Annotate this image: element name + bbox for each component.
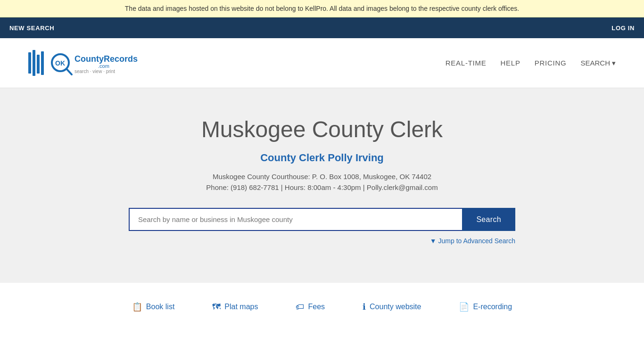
plat-maps-icon: 🗺	[212, 302, 221, 312]
help-link[interactable]: HELP	[501, 59, 520, 67]
svg-text:OK: OK	[55, 59, 65, 67]
logo-area: OK CountyRecords .com search · view · pr…	[28, 48, 141, 78]
e-recording-link[interactable]: 📄 E-recording	[459, 302, 512, 312]
book-list-label: Book list	[146, 303, 174, 311]
fees-label: Fees	[308, 303, 325, 311]
advanced-search-link[interactable]: ▼ Jump to Advanced Search	[430, 237, 515, 245]
real-time-link[interactable]: REAL-TIME	[446, 59, 487, 67]
fees-icon: 🏷	[296, 302, 304, 312]
svg-rect-2	[37, 55, 40, 74]
footer-links: 📋 Book list 🗺 Plat maps 🏷 Fees ℹ County …	[0, 283, 644, 326]
county-title: Muskogee County Clerk	[9, 116, 635, 142]
site-logo[interactable]: OK CountyRecords .com search · view · pr…	[28, 48, 141, 78]
advanced-search-area: ▼ Jump to Advanced Search	[129, 237, 515, 245]
svg-rect-1	[33, 50, 35, 76]
county-website-link[interactable]: ℹ County website	[363, 302, 421, 312]
hero-section: Muskogee County Clerk County Clerk Polly…	[0, 88, 644, 283]
plat-maps-link[interactable]: 🗺 Plat maps	[212, 302, 258, 312]
new-search-link[interactable]: NEW SEARCH	[9, 25, 54, 32]
search-form: Search	[129, 208, 515, 231]
e-recording-icon: 📄	[459, 302, 469, 312]
notice-banner: The data and images hosted on this websi…	[0, 0, 644, 17]
search-input[interactable]	[129, 208, 462, 231]
svg-text:CountyRecords: CountyRecords	[74, 54, 138, 64]
clerk-name: County Clerk Polly Irving	[9, 152, 635, 164]
login-link[interactable]: LOG IN	[611, 25, 635, 32]
fees-link[interactable]: 🏷 Fees	[296, 302, 325, 312]
svg-rect-3	[41, 51, 44, 75]
top-nav-bar: NEW SEARCH LOG IN	[0, 17, 644, 38]
plat-maps-label: Plat maps	[224, 303, 258, 311]
site-header: OK CountyRecords .com search · view · pr…	[0, 38, 644, 88]
county-phone: Phone: (918) 682-7781 | Hours: 8:00am - …	[9, 183, 635, 191]
county-website-label: County website	[370, 303, 421, 311]
main-nav: REAL-TIME HELP PRICING SEARCH ▾	[446, 59, 616, 67]
e-recording-label: E-recording	[473, 303, 512, 311]
search-dropdown-label: SEARCH	[580, 59, 610, 67]
pricing-link[interactable]: PRICING	[535, 59, 567, 67]
svg-rect-0	[28, 52, 31, 74]
svg-text:search · view · print: search · view · print	[74, 69, 115, 74]
book-list-link[interactable]: 📋 Book list	[132, 302, 174, 312]
svg-text:.com: .com	[98, 63, 109, 69]
county-address: Muskogee County Courthouse: P. O. Box 10…	[9, 173, 635, 181]
chevron-down-icon: ▾	[612, 59, 616, 67]
search-dropdown[interactable]: SEARCH ▾	[580, 59, 616, 67]
search-button[interactable]: Search	[462, 208, 515, 231]
county-website-icon: ℹ	[363, 302, 366, 312]
svg-line-5	[66, 69, 72, 74]
book-list-icon: 📋	[132, 302, 142, 312]
banner-text: The data and images hosted on this websi…	[125, 5, 519, 12]
